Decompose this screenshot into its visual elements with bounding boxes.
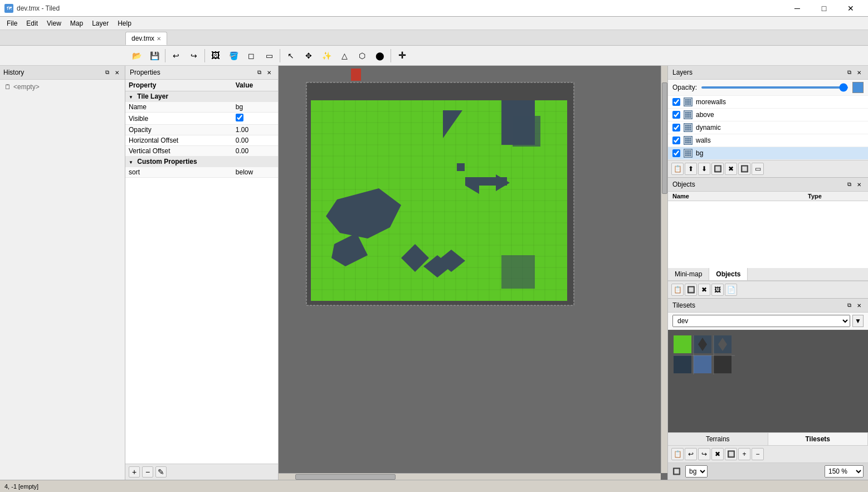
prop-visible-checkbox[interactable]: [236, 114, 243, 121]
layer-walls-name: walls: [696, 137, 864, 144]
paint-button[interactable]: ⬡: [354, 48, 370, 64]
tab-dev-tmx[interactable]: dev.tmx ✕: [125, 32, 167, 45]
layers-view-button[interactable]: ▭: [752, 163, 764, 175]
layers-duplicate-button[interactable]: 🔲: [711, 163, 724, 175]
objects-close-button[interactable]: ✕: [855, 180, 864, 189]
tab-close-icon[interactable]: ✕: [157, 36, 161, 42]
layer-bg-visibility[interactable]: [672, 149, 680, 157]
opacity-slider[interactable]: [701, 86, 848, 89]
tileset-del-button[interactable]: ✖: [711, 448, 724, 460]
menu-edit[interactable]: Edit: [22, 18, 42, 28]
objects-add-button[interactable]: 📋: [671, 284, 684, 296]
menu-file[interactable]: File: [2, 18, 22, 28]
maximize-button[interactable]: □: [811, 0, 837, 17]
tileset-minus-button[interactable]: −: [752, 448, 764, 460]
layers-move-up-button[interactable]: ⬆: [685, 163, 697, 175]
history-close-button[interactable]: ✕: [113, 68, 121, 77]
history-empty-label: <empty>: [13, 83, 40, 91]
objects-dup-button[interactable]: 🔲: [685, 284, 697, 296]
prop-edit-button[interactable]: ✎: [155, 466, 167, 478]
menu-layer[interactable]: Layer: [87, 18, 113, 28]
prop-vert-offset-value[interactable]: 0.00: [232, 146, 278, 157]
prop-remove-button[interactable]: −: [142, 466, 153, 478]
erase-button[interactable]: ◻: [243, 48, 260, 64]
cursor-button[interactable]: ↖: [282, 48, 299, 64]
prop-sort-value[interactable]: below: [232, 167, 278, 178]
zoom-dropdown[interactable]: 150 %: [825, 465, 864, 478]
layer-above-visibility[interactable]: [672, 111, 680, 119]
vertical-scroll-thumb[interactable]: [662, 82, 667, 194]
tileset-add-button[interactable]: 📋: [671, 448, 684, 460]
layer-walls-visibility[interactable]: [672, 137, 680, 144]
close-button[interactable]: ✕: [838, 0, 864, 17]
layers-panel: Layers ⧉ ✕ Opacity:: [668, 66, 868, 178]
select-region-button[interactable]: ⬤: [372, 48, 388, 64]
history-float-button[interactable]: ⧉: [103, 68, 111, 77]
prop-section-tile-layer[interactable]: ▼ Tile Layer: [125, 91, 278, 102]
app-icon: 🗺: [4, 4, 13, 13]
objects-export-button[interactable]: 🖼: [711, 284, 724, 296]
move-button[interactable]: ✥: [300, 48, 317, 64]
save-button[interactable]: 💾: [146, 48, 163, 64]
tileset-plus-button[interactable]: +: [738, 448, 750, 460]
shape-button[interactable]: △: [336, 48, 353, 64]
layers-filter-button[interactable]: 🔲: [738, 163, 750, 175]
horizontal-scrollbar[interactable]: [279, 473, 661, 480]
tileset-undo-button[interactable]: ↩: [685, 448, 697, 460]
prop-section-custom[interactable]: ▼ Custom Properties: [125, 157, 278, 167]
stamp-button[interactable]: 🖼: [207, 48, 224, 64]
layers-header-btns: ⧉ ✕: [845, 68, 864, 77]
tilesets-close-button[interactable]: ✕: [855, 301, 864, 310]
objects-import-button[interactable]: 📄: [725, 284, 737, 296]
properties-close-button[interactable]: ✕: [265, 68, 274, 77]
menu-map[interactable]: Map: [66, 18, 87, 28]
layers-remove-button[interactable]: ✖: [725, 163, 737, 175]
layer-dropdown[interactable]: bg: [685, 465, 708, 478]
layer-row-above[interactable]: above: [668, 109, 868, 121]
tab-objects[interactable]: Objects: [709, 268, 748, 280]
prop-opacity-value[interactable]: 1.00: [232, 125, 278, 135]
horizontal-scroll-thumb[interactable]: [295, 474, 396, 480]
objects-float-button[interactable]: ⧉: [845, 180, 854, 189]
objects-del-button[interactable]: ✖: [698, 284, 710, 296]
properties-float-button[interactable]: ⧉: [255, 68, 264, 77]
layers-add-button[interactable]: 📋: [671, 163, 684, 175]
layers-close-button[interactable]: ✕: [855, 68, 864, 77]
tileset-preview[interactable]: [674, 335, 774, 408]
layers-move-down-button[interactable]: ⬇: [698, 163, 710, 175]
layer-row-bg[interactable]: bg: [668, 147, 868, 160]
tab-tilesets[interactable]: Tilesets: [768, 433, 869, 445]
select-rect-button[interactable]: ▭: [261, 48, 277, 64]
open-button[interactable]: 📂: [128, 48, 145, 64]
undo-button[interactable]: ↩: [168, 48, 184, 64]
compass-button[interactable]: ✛: [393, 48, 410, 64]
redo-button[interactable]: ↪: [186, 48, 202, 64]
wand-button[interactable]: ✨: [318, 48, 335, 64]
layer-row-walls[interactable]: walls: [668, 134, 868, 147]
menu-help[interactable]: Help: [113, 18, 136, 28]
tilesets-dropdown-arrow[interactable]: ▼: [852, 315, 864, 327]
tilesets-header: Tilesets ⧉ ✕: [668, 299, 868, 313]
prop-name-value[interactable]: bg: [232, 102, 278, 113]
layer-morewalls-visibility[interactable]: [672, 98, 680, 106]
prop-horiz-offset-value[interactable]: 0.00: [232, 135, 278, 146]
map-canvas[interactable]: [279, 66, 667, 480]
prop-add-button[interactable]: +: [129, 466, 140, 478]
layers-float-button[interactable]: ⧉: [845, 68, 854, 77]
layer-dynamic-visibility[interactable]: [672, 124, 680, 131]
layer-row-dynamic[interactable]: dynamic: [668, 121, 868, 134]
menu-view[interactable]: View: [42, 18, 66, 28]
tilesets-dropdown[interactable]: dev: [672, 315, 850, 327]
tab-terrains[interactable]: Terrains: [668, 433, 768, 445]
tileset-view-button[interactable]: 🔲: [725, 448, 737, 460]
layer-row-morewalls[interactable]: morewalls: [668, 96, 868, 109]
minimize-button[interactable]: ─: [784, 0, 810, 17]
prop-visible-value[interactable]: [232, 113, 278, 125]
fill-button[interactable]: 🪣: [225, 48, 242, 64]
statusbar: 4, -1 [empty]: [0, 480, 868, 492]
vertical-scrollbar[interactable]: [661, 66, 667, 473]
tab-minimap[interactable]: Mini-map: [668, 268, 709, 280]
tilesets-float-button[interactable]: ⧉: [845, 301, 854, 310]
canvas-area: [279, 66, 667, 480]
tileset-redo-button[interactable]: ↪: [698, 448, 710, 460]
